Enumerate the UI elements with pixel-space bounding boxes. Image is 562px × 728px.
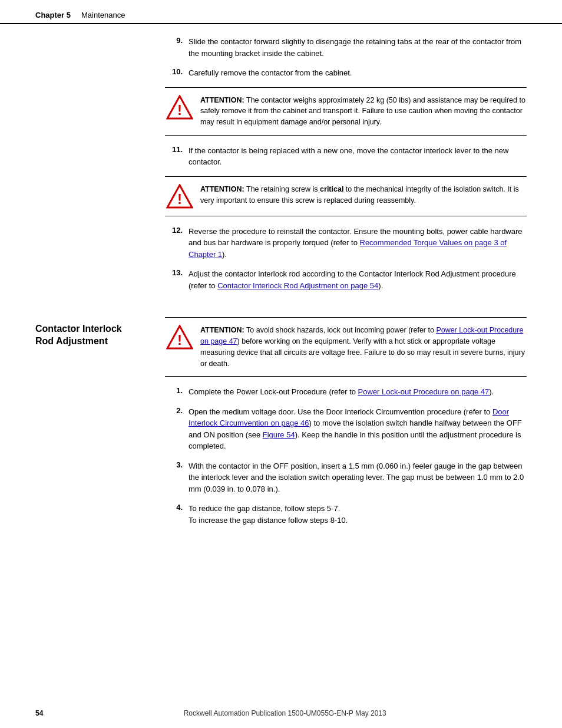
attention-1-text: ATTENTION: The contactor weighs approxim… [200, 95, 527, 128]
attention-3-text: ATTENTION: To avoid shock hazards, lock … [200, 325, 527, 369]
footer-center-text: Rockwell Automation Publication 1500-UM0… [184, 709, 386, 717]
s2-step-4-text: To reduce the gap distance, follow steps… [189, 503, 527, 526]
step-11-text: If the contactor is being replaced with … [189, 145, 527, 168]
section-interlock-body: ! ATTENTION: To avoid shock hazards, loc… [153, 305, 527, 534]
attention-3-body-1: To avoid shock hazards, lock out incomin… [244, 326, 437, 334]
page: Chapter 5 Maintenance 9. Slide the conta… [0, 0, 562, 728]
page-footer: 54 Rockwell Automation Publication 1500-… [0, 709, 562, 717]
step-13: 13. Adjust the contactor interlock rod a… [165, 268, 527, 291]
attention-icon-1: ! [165, 95, 200, 120]
s2-step-2-number: 2. [165, 406, 189, 415]
svg-text:!: ! [177, 191, 182, 207]
left-sidebar [35, 24, 153, 299]
link-power-lockout-1[interactable]: Power Lock-out Procedure on page 47 [358, 387, 490, 396]
attention-2-text: ATTENTION: The retaining screw is critic… [200, 184, 527, 206]
page-header: Chapter 5 Maintenance [0, 0, 562, 24]
step-10-text: Carefully remove the contactor from the … [189, 67, 527, 79]
section-heading-text: Contactor Interlock Rod Adjustment [35, 323, 141, 348]
step-13-number: 13. [165, 268, 189, 277]
step-10: 10. Carefully remove the contactor from … [165, 67, 527, 79]
step-12: 12. Reverse the procedure to reinstall t… [165, 226, 527, 261]
s2-step-4-number: 4. [165, 503, 189, 512]
step-9-text: Slide the contactor forward slightly to … [189, 36, 527, 59]
s2-step-3-number: 3. [165, 460, 189, 469]
step-9: 9. Slide the contactor forward slightly … [165, 36, 527, 59]
attention-icon-3: ! [165, 325, 200, 350]
step-11: 11. If the contactor is being replaced w… [165, 145, 527, 168]
link-figure54[interactable]: Figure 54 [263, 430, 295, 439]
link-torque[interactable]: Recommended Torque Values on page 3 of C… [189, 238, 507, 259]
attention-2-body-1: The retaining screw is [244, 185, 320, 193]
attention-3-body-2: ) before working on the equipment. Verif… [200, 337, 525, 368]
warning-triangle-icon-2: ! [166, 184, 193, 209]
section-heading-area: Contactor Interlock Rod Adjustment [35, 305, 153, 534]
s2-step-3-text: With the contactor in the OFF position, … [189, 460, 527, 495]
step-12-text: Reverse the procedure to reinstall the c… [189, 226, 527, 261]
link-interlock-rod[interactable]: Contactor Interlock Rod Adjustment on pa… [217, 281, 378, 290]
attention-2-bold: critical [320, 185, 343, 193]
chapter-title: Maintenance [81, 11, 125, 19]
step-12-number: 12. [165, 226, 189, 235]
section2-step-2: 2. Open the medium voltage door. Use the… [165, 406, 527, 452]
main-body: 9. Slide the contactor forward slightly … [153, 24, 527, 299]
warning-triangle-icon-3: ! [166, 325, 193, 350]
svg-text:!: ! [177, 102, 182, 118]
warning-triangle-icon: ! [166, 95, 193, 120]
link-door-interlock[interactable]: Door Interlock Circumvention on page 46 [189, 407, 509, 428]
svg-text:!: ! [177, 332, 182, 348]
section2-step-1: 1. Complete the Power Lock-out Procedure… [165, 386, 527, 398]
s2-step-2-text: Open the medium voltage door. Use the Do… [189, 406, 527, 452]
attention-2-label: ATTENTION: [200, 185, 244, 193]
attention-box-2: ! ATTENTION: The retaining screw is crit… [165, 176, 527, 216]
steps-top-group: 9. Slide the contactor forward slightly … [165, 36, 527, 79]
chapter-label: Chapter 5 [35, 11, 71, 19]
page-content: 9. Slide the contactor forward slightly … [0, 24, 562, 299]
section2-step-4: 4. To reduce the gap distance, follow st… [165, 503, 527, 526]
attention-icon-2: ! [165, 184, 200, 209]
section-interlock: Contactor Interlock Rod Adjustment ! ATT… [0, 305, 562, 534]
step-13-text: Adjust the contactor interlock rod accor… [189, 268, 527, 291]
step-10-number: 10. [165, 67, 189, 76]
attention-1-label: ATTENTION: [200, 96, 244, 104]
attention-1-body: The contactor weighs approximately 22 kg… [200, 96, 525, 127]
step-11-number: 11. [165, 145, 189, 154]
attention-box-1: ! ATTENTION: The contactor weighs approx… [165, 87, 527, 136]
step-9-number: 9. [165, 36, 189, 45]
attention-box-3: ! ATTENTION: To avoid shock hazards, loc… [165, 317, 527, 377]
page-number: 54 [35, 709, 43, 717]
s2-step-1-text: Complete the Power Lock-out Procedure (r… [189, 386, 527, 398]
section2-step-3: 3. With the contactor in the OFF positio… [165, 460, 527, 495]
attention-3-label: ATTENTION: [200, 326, 244, 334]
s2-step-1-number: 1. [165, 386, 189, 395]
